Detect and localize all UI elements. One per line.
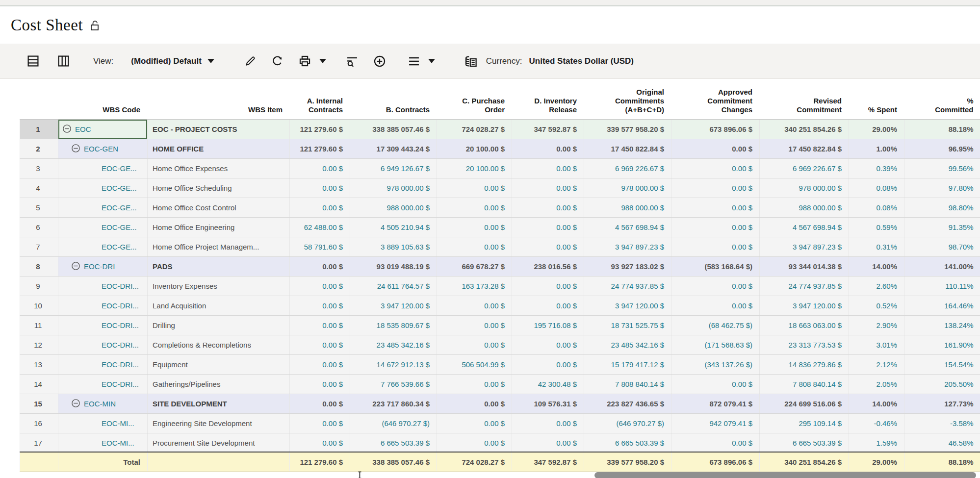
cost-cell[interactable]: 295 109.14 $	[760, 414, 849, 433]
cost-cell[interactable]: 88.18%	[904, 120, 980, 139]
add-circle-icon[interactable]	[371, 53, 388, 70]
table-row[interactable]: 11EOC-DRI...Drilling0.00 $18 535 809.67 …	[20, 316, 980, 335]
wbs-code-link[interactable]: EOC-GE...	[102, 223, 137, 231]
row-number[interactable]: 7	[20, 237, 58, 257]
cost-cell[interactable]: 6 969 226.67 $	[760, 159, 849, 178]
cost-cell[interactable]: 110.11%	[904, 277, 980, 296]
cost-cell[interactable]: 6 665 503.39 $	[760, 433, 849, 452]
row-number[interactable]: 17	[20, 433, 58, 452]
cost-cell[interactable]: 6 969 226.67 $	[584, 159, 671, 178]
cost-cell[interactable]: 98.70%	[904, 237, 980, 257]
row-number[interactable]: 3	[20, 159, 58, 178]
cost-cell[interactable]: (646 970.27 $)	[350, 414, 437, 433]
wbs-code-link[interactable]: EOC-DRI...	[102, 380, 139, 388]
layout-rows-icon[interactable]	[25, 53, 41, 70]
wbs-code-link[interactable]: EOC-GE...	[102, 243, 137, 251]
cost-cell[interactable]: 0.59%	[849, 218, 904, 237]
cost-cell[interactable]: 161.90%	[904, 335, 980, 355]
cost-cell[interactable]: 0.00 $	[671, 198, 760, 218]
cost-cell[interactable]: 506 504.99 $	[437, 355, 512, 375]
cost-cell[interactable]: 0.00 $	[671, 375, 760, 394]
cost-cell[interactable]: 18 731 525.75 $	[584, 316, 671, 335]
cost-cell[interactable]: 3 947 120.00 $	[350, 296, 437, 316]
cost-cell[interactable]: 0.00 $	[290, 296, 350, 316]
cost-cell[interactable]: 3 947 120.00 $	[584, 296, 671, 316]
cost-cell[interactable]: 0.00 $	[512, 335, 584, 355]
collapse-icon[interactable]	[71, 399, 80, 409]
cost-cell[interactable]: 724 028.27 $	[437, 120, 512, 139]
cost-cell[interactable]: 340 251 854.26 $	[760, 120, 849, 139]
row-number[interactable]: 10	[20, 296, 58, 316]
print-menu-caret[interactable]	[319, 59, 326, 63]
filter-search-icon[interactable]	[344, 53, 361, 70]
cost-cell[interactable]: 0.08%	[849, 198, 904, 218]
menu-caret[interactable]	[428, 59, 435, 63]
cost-cell[interactable]: 0.00 $	[512, 296, 584, 316]
cost-cell[interactable]: 98.80%	[904, 198, 980, 218]
wbs-code-link[interactable]: EOC-MIN	[84, 400, 116, 408]
table-row[interactable]: 15EOC-MINSITE DEVELOPMENT0.00 $223 717 8…	[20, 394, 980, 414]
row-number[interactable]: 6	[20, 218, 58, 237]
cost-cell[interactable]: 23 485 342.16 $	[350, 335, 437, 355]
cost-cell[interactable]: 0.00 $	[437, 433, 512, 452]
wbs-code-cell[interactable]: EOC-GE...	[58, 218, 148, 237]
cost-cell[interactable]: 0.31%	[849, 237, 904, 257]
cost-cell[interactable]: 0.00 $	[512, 433, 584, 452]
cost-cell[interactable]: 195 716.08 $	[512, 316, 584, 335]
table-row[interactable]: 2EOC-GENHOME OFFICE121 279.60 $17 309 44…	[20, 139, 980, 159]
wbs-code-cell[interactable]: EOC-DRI...	[58, 316, 148, 335]
cost-cell[interactable]: 0.00 $	[512, 277, 584, 296]
cost-cell[interactable]: 0.00 $	[290, 394, 350, 414]
wbs-code-link[interactable]: EOC-DRI...	[102, 341, 139, 349]
cost-cell[interactable]: 0.00 $	[437, 375, 512, 394]
cost-cell[interactable]: 0.00 $	[290, 198, 350, 218]
column-header-spent[interactable]: % Spent	[849, 79, 904, 120]
wbs-code-link[interactable]: EOC-GE...	[102, 203, 137, 212]
table-row[interactable]: 14EOC-DRI...Gatherings/Pipelines0.00 $7 …	[20, 375, 980, 394]
row-number[interactable]: 13	[20, 355, 58, 375]
cost-cell[interactable]: 205.50%	[904, 375, 980, 394]
wbs-code-cell[interactable]: EOC-DRI...	[58, 335, 148, 355]
cost-cell[interactable]: 224 699 516.06 $	[760, 394, 849, 414]
wbs-code-cell[interactable]: EOC-GE...	[58, 159, 148, 178]
collapse-icon[interactable]	[71, 144, 80, 154]
cost-cell[interactable]: 0.39%	[849, 159, 904, 178]
chevron-down-icon[interactable]	[207, 59, 214, 63]
cost-cell[interactable]: 238 016.56 $	[512, 257, 584, 277]
cost-cell[interactable]: 0.00 $	[290, 316, 350, 335]
column-header-c[interactable]: C. Purchase Order	[437, 79, 512, 120]
layout-columns-icon[interactable]	[55, 53, 72, 70]
cost-cell[interactable]: 14 672 912.13 $	[350, 355, 437, 375]
table-row[interactable]: 17EOC-MI...Procurement Site Development0…	[20, 433, 980, 452]
cost-cell[interactable]: 141.00%	[904, 257, 980, 277]
cost-cell[interactable]: 3 947 897.23 $	[584, 237, 671, 257]
table-row[interactable]: 6EOC-GE...Home Office Engineering62 488.…	[20, 218, 980, 237]
cost-cell[interactable]: 339 577 958.20 $	[584, 120, 671, 139]
cost-cell[interactable]: 58 791.60 $	[290, 237, 350, 257]
collapse-icon[interactable]	[71, 261, 80, 272]
cost-cell[interactable]: 0.08%	[849, 178, 904, 198]
cost-cell[interactable]: 2.60%	[849, 277, 904, 296]
cost-cell[interactable]: 93 927 183.02 $	[584, 257, 671, 277]
horizontal-scrollbar[interactable]	[594, 472, 976, 478]
cost-cell[interactable]: -0.46%	[849, 414, 904, 433]
cost-cell[interactable]: 0.00 $	[512, 198, 584, 218]
cost-cell[interactable]: 121 279.60 $	[290, 120, 350, 139]
cost-cell[interactable]: 0.00 $	[290, 433, 350, 452]
table-row[interactable]: 8EOC-DRIPADS0.00 $93 019 488.19 $669 678…	[20, 257, 980, 277]
column-header-rev[interactable]: Revised Commitment	[760, 79, 849, 120]
wbs-code-cell[interactable]: EOC-DRI...	[58, 296, 148, 316]
wbs-code-cell[interactable]: EOC-MIN	[58, 394, 148, 414]
cost-cell[interactable]: (583 168.64 $)	[671, 257, 760, 277]
cost-cell[interactable]: 18 663 063.00 $	[760, 316, 849, 335]
cost-cell[interactable]: 17 450 822.84 $	[584, 139, 671, 159]
column-header-comm[interactable]: % Committed	[904, 79, 980, 120]
cost-cell[interactable]: 42 300.48 $	[512, 375, 584, 394]
cost-cell[interactable]: 0.00 $	[512, 414, 584, 433]
cost-cell[interactable]: 2.90%	[849, 316, 904, 335]
cost-cell[interactable]: 978 000.00 $	[584, 178, 671, 198]
cost-cell[interactable]: 62 488.00 $	[290, 218, 350, 237]
cost-cell[interactable]: 4 567 698.94 $	[760, 218, 849, 237]
refresh-icon[interactable]	[269, 53, 286, 70]
wbs-code-link[interactable]: EOC-DRI...	[102, 321, 139, 329]
